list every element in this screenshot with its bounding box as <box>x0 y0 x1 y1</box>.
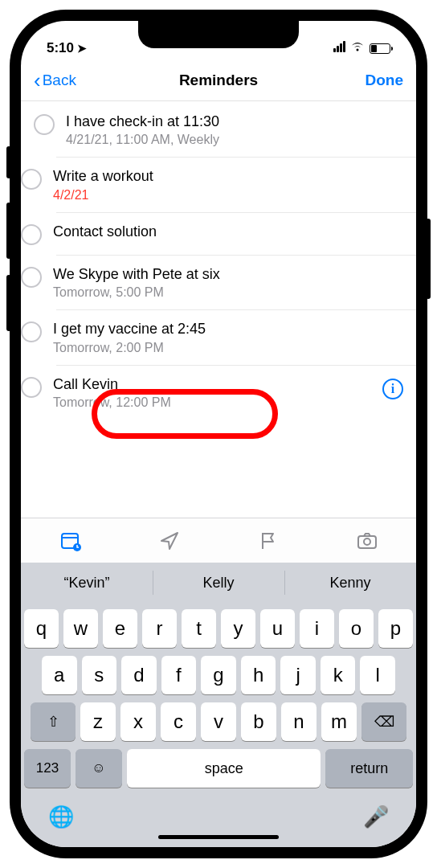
reminder-subtitle: 4/21/21, 11:00 AM, Weekly <box>66 133 403 147</box>
key-u[interactable]: u <box>260 609 295 648</box>
back-button[interactable]: ‹ Back <box>34 70 76 91</box>
keyboard: qwertyuiop asdfghjkl ⇧ zxcvbnm ⌫ 123 ☺ s… <box>21 603 416 847</box>
key-n[interactable]: n <box>281 702 317 741</box>
reminder-body[interactable]: Call KevinTomorrow, 12:00 PM <box>53 375 376 410</box>
return-key[interactable]: return <box>325 749 413 788</box>
key-x[interactable]: x <box>120 702 156 741</box>
reminder-title: Contact solution <box>53 223 403 241</box>
key-b[interactable]: b <box>241 702 276 741</box>
key-v[interactable]: v <box>201 702 236 741</box>
phone-frame: 5:10 ➤ ‹ Back Reminders Done I have chec… <box>10 10 427 858</box>
reminder-row[interactable]: We Skype with Pete at sixTomorrow, 5:00 … <box>56 255 416 309</box>
key-y[interactable]: y <box>221 609 255 648</box>
complete-radio[interactable] <box>21 169 42 190</box>
battery-icon <box>370 43 390 54</box>
key-g[interactable]: g <box>201 656 236 694</box>
back-label: Back <box>43 72 76 89</box>
flag-button[interactable] <box>218 518 317 563</box>
calendar-button[interactable] <box>21 518 120 563</box>
silent-switch <box>6 146 11 178</box>
reminder-row[interactable]: I get my vaccine at 2:45Tomorrow, 2:00 P… <box>56 309 416 364</box>
keyboard-suggestions: “Kevin” Kelly Kenny <box>21 563 416 603</box>
quick-toolbar <box>21 518 416 563</box>
key-h[interactable]: h <box>241 656 276 694</box>
complete-radio[interactable] <box>21 377 42 398</box>
key-r[interactable]: r <box>142 609 177 648</box>
volume-up-button <box>6 203 11 259</box>
key-t[interactable]: t <box>182 609 216 648</box>
key-c[interactable]: c <box>161 702 196 741</box>
complete-radio[interactable] <box>21 267 42 288</box>
info-button[interactable]: i <box>382 379 403 399</box>
reminder-row[interactable]: I have check-in at 11:304/21/21, 11:00 A… <box>21 101 416 157</box>
key-j[interactable]: j <box>280 656 316 694</box>
reminder-body[interactable]: We Skype with Pete at sixTomorrow, 5:00 … <box>53 265 403 300</box>
reminder-body[interactable]: I have check-in at 11:304/21/21, 11:00 A… <box>66 113 403 147</box>
location-icon: ➤ <box>77 42 87 55</box>
key-f[interactable]: f <box>161 656 197 694</box>
reminder-title: I have check-in at 11:30 <box>66 113 403 131</box>
reminder-subtitle: Tomorrow, 5:00 PM <box>53 285 403 300</box>
volume-down-button <box>6 275 11 331</box>
home-indicator[interactable] <box>158 835 279 839</box>
shift-key[interactable]: ⇧ <box>31 702 76 741</box>
key-s[interactable]: s <box>82 656 117 694</box>
complete-radio[interactable] <box>34 114 55 135</box>
reminders-list[interactable]: I have check-in at 11:304/21/21, 11:00 A… <box>21 101 416 518</box>
reminder-title: Call Kevin <box>53 375 376 394</box>
key-q[interactable]: q <box>24 609 59 648</box>
suggestion-2[interactable]: Kenny <box>284 563 416 603</box>
reminder-subtitle: Tomorrow, 12:00 PM <box>53 395 376 410</box>
reminder-subtitle: Tomorrow, 2:00 PM <box>53 341 403 355</box>
reminder-row[interactable]: Call KevinTomorrow, 12:00 PMi <box>56 365 416 420</box>
nav-bar: ‹ Back Reminders Done <box>21 59 416 101</box>
screen: 5:10 ➤ ‹ Back Reminders Done I have chec… <box>21 21 416 847</box>
reminder-row[interactable]: Contact solution <box>56 212 416 255</box>
done-label: Done <box>366 72 404 89</box>
status-time: 5:10 <box>47 40 74 56</box>
reminder-title: Write a workout <box>53 167 403 186</box>
key-w[interactable]: w <box>63 609 98 648</box>
key-p[interactable]: p <box>378 609 413 648</box>
key-l[interactable]: l <box>360 656 395 694</box>
key-m[interactable]: m <box>321 702 357 741</box>
key-a[interactable]: a <box>42 656 77 694</box>
numbers-key[interactable]: 123 <box>24 749 71 788</box>
notch <box>138 21 299 48</box>
signal-icon <box>333 40 345 56</box>
reminder-title: I get my vaccine at 2:45 <box>53 320 403 338</box>
power-button <box>426 219 431 299</box>
done-button[interactable]: Done <box>366 72 404 89</box>
page-title: Reminders <box>21 72 416 89</box>
chevron-left-icon: ‹ <box>34 70 41 91</box>
svg-point-4 <box>364 538 370 545</box>
wifi-icon <box>350 40 365 56</box>
complete-radio[interactable] <box>21 224 42 245</box>
reminder-body[interactable]: I get my vaccine at 2:45Tomorrow, 2:00 P… <box>53 320 403 354</box>
reminder-body[interactable]: Write a workout4/2/21 <box>53 167 403 202</box>
camera-button[interactable] <box>317 518 416 563</box>
mic-icon[interactable]: 🎤 <box>363 805 389 829</box>
space-key[interactable]: space <box>127 749 321 788</box>
reminder-subtitle: 4/2/21 <box>53 188 403 203</box>
emoji-key[interactable]: ☺ <box>76 749 122 788</box>
globe-icon[interactable]: 🌐 <box>48 805 74 829</box>
backspace-key[interactable]: ⌫ <box>361 702 406 741</box>
reminder-title: We Skype with Pete at six <box>53 265 403 284</box>
suggestion-0[interactable]: “Kevin” <box>21 563 153 603</box>
reminder-row[interactable]: Write a workout4/2/21 <box>56 157 416 211</box>
reminder-body[interactable]: Contact solution <box>53 223 403 241</box>
location-button[interactable] <box>120 518 218 563</box>
suggestion-1[interactable]: Kelly <box>153 563 284 603</box>
key-e[interactable]: e <box>103 609 137 648</box>
key-d[interactable]: d <box>121 656 157 694</box>
key-k[interactable]: k <box>321 656 356 694</box>
key-i[interactable]: i <box>300 609 334 648</box>
key-z[interactable]: z <box>80 702 116 741</box>
key-o[interactable]: o <box>339 609 374 648</box>
complete-radio[interactable] <box>21 321 42 342</box>
